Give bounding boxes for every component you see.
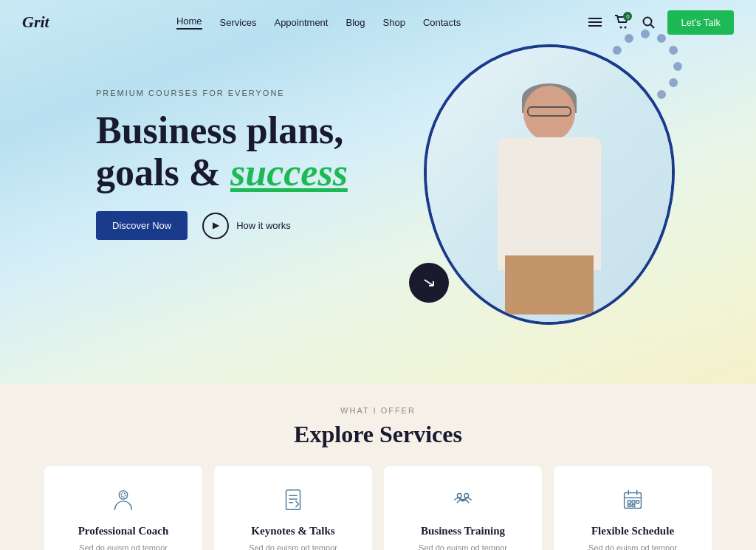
services-grid: Professional Coach Sed do euism od tempo… xyxy=(44,466,712,550)
svg-point-16 xyxy=(457,493,461,498)
services-header: WHAT I OFFER Explore Services xyxy=(44,406,712,448)
hero-title: Business plans, goals & success xyxy=(96,109,348,193)
business-training-icon xyxy=(447,484,479,516)
hero-subtitle: PREMIUM COURSES FOR EVERYONE xyxy=(96,89,348,97)
nav-item-blog[interactable]: Blog xyxy=(346,17,365,28)
svg-point-10 xyxy=(119,491,127,499)
menu-icon[interactable] xyxy=(588,15,602,30)
cart-badge: 0 xyxy=(623,12,632,21)
how-it-works-label: How it works xyxy=(236,220,291,231)
svg-point-4 xyxy=(625,27,627,29)
svg-point-5 xyxy=(644,18,652,26)
scroll-arrow-button[interactable] xyxy=(409,263,449,303)
hero-section: PREMIUM COURSES FOR EVERYONE Business pl… xyxy=(0,0,756,399)
service-desc-business-training: Sed do euism od tempor xyxy=(419,542,507,550)
svg-point-3 xyxy=(620,27,622,29)
hero-portrait-circle xyxy=(424,44,675,325)
svg-rect-23 xyxy=(632,501,635,503)
service-card-keynotes-talks[interactable]: Keynotes & Talks Sed do euism od tempor xyxy=(214,466,372,550)
service-desc-professional-coach: Sed do euism od tempor xyxy=(79,542,168,550)
professional-coach-icon xyxy=(107,484,140,516)
svg-rect-24 xyxy=(636,501,639,503)
play-icon: ▶ xyxy=(202,213,229,239)
service-name-professional-coach: Professional Coach xyxy=(78,525,169,537)
nav-item-shop[interactable]: Shop xyxy=(383,17,405,28)
how-it-works-button[interactable]: ▶ How it works xyxy=(202,213,291,239)
header: Grit Home Services Appointment Blog Shop… xyxy=(0,0,756,44)
service-desc-flexible-schedule: Sed do euism od tempor xyxy=(588,542,677,550)
service-name-keynotes-talks: Keynotes & Talks xyxy=(251,525,334,537)
lets-talk-button[interactable]: Let's Talk xyxy=(667,10,734,35)
main-nav: Home Services Appointment Blog Shop Cont… xyxy=(176,16,461,30)
nav-item-contacts[interactable]: Contacts xyxy=(423,17,461,28)
service-name-flexible-schedule: Flexible Schedule xyxy=(591,525,674,537)
flexible-schedule-icon xyxy=(616,484,649,516)
hero-actions: Discover Now ▶ How it works xyxy=(96,211,348,240)
service-card-business-training[interactable]: Business Training Sed do euism od tempor xyxy=(384,466,542,550)
service-desc-keynotes-talks: Sed do euism od tempor xyxy=(249,542,337,550)
services-section: WHAT I OFFER Explore Services Profession… xyxy=(0,384,756,550)
svg-rect-25 xyxy=(628,505,630,507)
nav-item-home[interactable]: Home xyxy=(176,16,202,30)
search-icon[interactable] xyxy=(641,15,656,30)
svg-line-7 xyxy=(425,280,433,286)
svg-rect-26 xyxy=(632,505,635,507)
svg-point-17 xyxy=(464,493,469,498)
service-card-flexible-schedule[interactable]: Flexible Schedule Sed do euism od tempor xyxy=(554,466,712,550)
services-label: WHAT I OFFER xyxy=(44,406,712,415)
hero-image xyxy=(416,30,682,340)
person-illustration xyxy=(475,86,623,322)
hero-content: PREMIUM COURSES FOR EVERYONE Business pl… xyxy=(96,89,348,240)
header-actions: 0 Let's Talk xyxy=(588,10,734,35)
discover-now-button[interactable]: Discover Now xyxy=(96,211,188,240)
hero-highlight: success xyxy=(230,151,348,193)
keynotes-talks-icon xyxy=(277,484,309,516)
nav-item-services[interactable]: Services xyxy=(220,17,257,28)
service-name-business-training: Business Training xyxy=(421,525,505,537)
services-title: Explore Services xyxy=(44,421,712,448)
cart-icon[interactable]: 0 xyxy=(614,15,629,30)
nav-item-appointment[interactable]: Appointment xyxy=(274,17,328,28)
svg-rect-22 xyxy=(628,501,630,503)
svg-line-6 xyxy=(650,24,654,28)
svg-rect-12 xyxy=(286,490,300,510)
service-card-professional-coach[interactable]: Professional Coach Sed do euism od tempo… xyxy=(44,466,202,550)
svg-point-11 xyxy=(121,493,126,498)
logo[interactable]: Grit xyxy=(22,13,49,32)
